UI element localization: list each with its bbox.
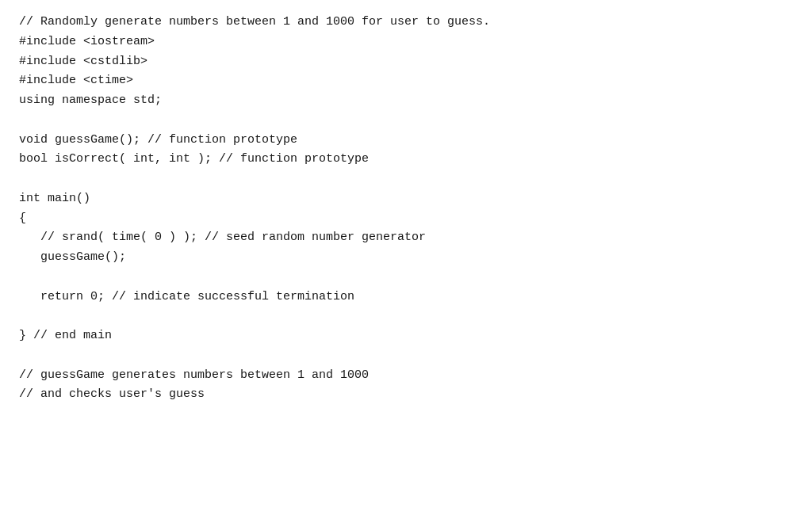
code-line: // Randomly generate numbers between 1 a… (19, 13, 793, 32)
code-line: #include <iostream> (19, 32, 793, 52)
code-line (19, 268, 793, 288)
code-line: #include <ctime> (19, 71, 793, 91)
code-line: void guessGame(); // function prototype (19, 131, 793, 151)
code-line (19, 111, 793, 131)
code-line: return 0; // indicate successful termina… (19, 288, 793, 307)
code-line: guessGame(); (19, 248, 793, 268)
code-line: // and checks user's guess (19, 385, 793, 405)
code-line: using namespace std; (19, 91, 793, 111)
code-line (19, 346, 793, 366)
code-line: // guessGame generates numbers between 1… (19, 366, 793, 386)
code-line (19, 170, 793, 189)
code-line (19, 307, 793, 326)
code-line: bool isCorrect( int, int ); // function … (19, 150, 793, 170)
code-line: #include <cstdlib> (19, 52, 793, 72)
code-display: // Randomly generate numbers between 1 a… (19, 13, 793, 405)
code-line: } // end main (19, 326, 793, 346)
code-line: { (19, 209, 793, 229)
code-line: // srand( time( 0 ) ); // seed random nu… (19, 228, 793, 248)
code-line: int main() (19, 189, 793, 209)
